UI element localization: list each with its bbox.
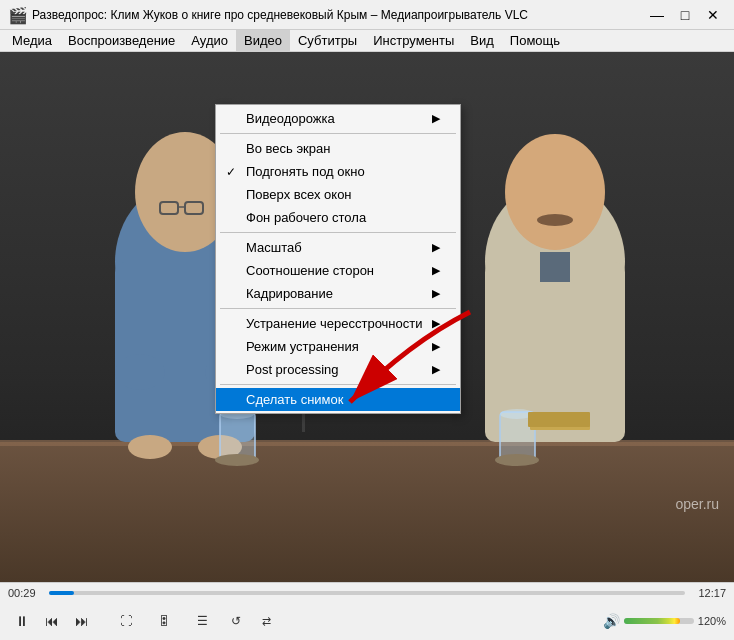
watermark: oper.ru (675, 496, 719, 512)
menu-item-label: Видеодорожка (246, 111, 335, 126)
submenu-arrow: ▶ (432, 363, 440, 376)
menu-item-desktop[interactable]: Фон рабочего стола (216, 206, 460, 229)
fullscreen-button[interactable]: ⛶ (108, 607, 144, 635)
svg-point-16 (215, 454, 259, 466)
menu-subtitles[interactable]: Субтитры (290, 30, 365, 51)
window-title: Разведопрос: Клим Жуков о книге про сред… (32, 8, 644, 22)
submenu-arrow: ▶ (432, 264, 440, 277)
separator-4 (220, 384, 456, 385)
svg-rect-21 (540, 252, 570, 282)
extended-button[interactable]: 🎛 (146, 607, 182, 635)
svg-point-10 (115, 354, 165, 390)
progress-track[interactable] (49, 591, 685, 595)
volume-area: 🔊 120% (603, 613, 726, 629)
menu-item-label: Фон рабочего стола (246, 210, 366, 225)
menu-audio[interactable]: Аудио (183, 30, 236, 51)
menu-help[interactable]: Помощь (502, 30, 568, 51)
minimize-button[interactable]: — (644, 5, 670, 25)
video-area: oper.ru Видеодорожка ▶ Во весь экран ✓ П… (0, 52, 734, 582)
menu-item-label: Кадрирование (246, 286, 333, 301)
playlist-button[interactable]: ☰ (184, 607, 220, 635)
volume-bar[interactable] (624, 618, 694, 624)
menu-item-ontop[interactable]: Поверх всех окон (216, 183, 460, 206)
menu-item-crop[interactable]: Кадрирование ▶ (216, 282, 460, 305)
menu-item-label: Во весь экран (246, 141, 330, 156)
svg-point-19 (505, 134, 605, 250)
separator-3 (220, 308, 456, 309)
menu-item-videotrack[interactable]: Видеодорожка ▶ (216, 107, 460, 130)
menu-item-label: Режим устранения (246, 339, 359, 354)
menu-item-snapshot[interactable]: Сделать снимок (216, 388, 460, 411)
menu-view[interactable]: Вид (462, 30, 502, 51)
menu-item-aspect[interactable]: Соотношение сторон ▶ (216, 259, 460, 282)
menu-item-label: Post processing (246, 362, 339, 377)
menu-item-label: Подгонять под окно (246, 164, 365, 179)
menu-video[interactable]: Видео (236, 30, 290, 51)
separator-1 (220, 133, 456, 134)
svg-rect-2 (0, 442, 734, 582)
progress-area: 00:29 12:17 (0, 583, 734, 603)
submenu-arrow: ▶ (432, 340, 440, 353)
checkmark-icon: ✓ (226, 165, 236, 179)
svg-point-24 (495, 454, 539, 466)
menu-item-label: Соотношение сторон (246, 263, 374, 278)
volume-label: 120% (698, 615, 726, 627)
svg-point-12 (128, 435, 172, 459)
volume-icon: 🔊 (603, 613, 620, 629)
prev-button[interactable]: ⏮ (38, 607, 66, 635)
submenu-arrow: ▶ (432, 317, 440, 330)
controls-bar: 00:29 12:17 ⏸ ⏮ ⏭ ⛶ 🎛 ☰ ↺ ⇄ 🔊 120% (0, 582, 734, 640)
menu-item-postprocessing[interactable]: Post processing ▶ (216, 358, 460, 381)
menu-bar: Медиа Воспроизведение Аудио Видео Субтит… (0, 30, 734, 52)
random-button[interactable]: ⇄ (252, 607, 280, 635)
time-current: 00:29 (8, 587, 43, 599)
submenu-arrow: ▶ (432, 287, 440, 300)
menu-item-label: Поверх всех окон (246, 187, 352, 202)
menu-item-deinterlace[interactable]: Устранение чересстрочности ▶ (216, 312, 460, 335)
menu-playback[interactable]: Воспроизведение (60, 30, 183, 51)
time-total: 12:17 (691, 587, 726, 599)
menu-item-label: Масштаб (246, 240, 302, 255)
menu-media[interactable]: Медиа (4, 30, 60, 51)
svg-rect-26 (528, 412, 590, 427)
menu-item-label: Сделать снимок (246, 392, 343, 407)
submenu-arrow: ▶ (432, 241, 440, 254)
progress-fill (49, 591, 74, 595)
separator-2 (220, 232, 456, 233)
close-button[interactable]: ✕ (700, 5, 726, 25)
next-button[interactable]: ⏭ (68, 607, 96, 635)
submenu-arrow: ▶ (432, 112, 440, 125)
menu-item-zoom[interactable]: Масштаб ▶ (216, 236, 460, 259)
buttons-row: ⏸ ⏮ ⏭ ⛶ 🎛 ☰ ↺ ⇄ 🔊 120% (0, 603, 734, 639)
loop-button[interactable]: ↺ (222, 607, 250, 635)
menu-item-label: Устранение чересстрочности (246, 316, 422, 331)
title-bar: 🎬 Разведопрос: Клим Жуков о книге про ср… (0, 0, 734, 30)
menu-item-deinterlacemode[interactable]: Режим устранения ▶ (216, 335, 460, 358)
svg-rect-3 (0, 440, 734, 446)
menu-item-fitwindow[interactable]: ✓ Подгонять под окно (216, 160, 460, 183)
svg-point-20 (537, 214, 573, 226)
app-icon: 🎬 (8, 6, 26, 24)
volume-fill (624, 618, 680, 624)
menu-tools[interactable]: Инструменты (365, 30, 462, 51)
maximize-button[interactable]: □ (672, 5, 698, 25)
pause-button[interactable]: ⏸ (8, 607, 36, 635)
menu-item-fullscreen[interactable]: Во весь экран (216, 137, 460, 160)
video-dropdown-menu: Видеодорожка ▶ Во весь экран ✓ Подгонять… (215, 104, 461, 414)
window-controls: — □ ✕ (644, 5, 726, 25)
